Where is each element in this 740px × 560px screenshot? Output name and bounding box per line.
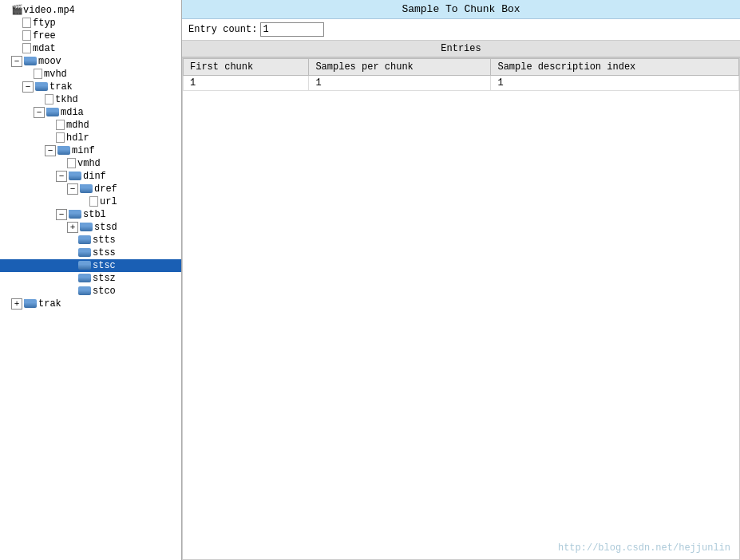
file-icon bbox=[22, 30, 33, 41]
table-cell: 1 bbox=[184, 76, 309, 91]
folder-icon bbox=[24, 298, 38, 310]
tree-label-stsz: stsz bbox=[93, 273, 116, 284]
folder-icon bbox=[46, 107, 61, 118]
tree-item-tkhd[interactable]: tkhd bbox=[0, 93, 181, 106]
tree-item-stts[interactable]: stts bbox=[0, 234, 181, 246]
tree-label-mdia: mdia bbox=[61, 107, 84, 118]
file-icon bbox=[56, 120, 66, 131]
tree-label-vmhd: vmhd bbox=[77, 158, 101, 169]
folder-icon bbox=[80, 183, 94, 195]
entries-table: First chunkSamples per chunkSample descr… bbox=[183, 58, 739, 91]
folder-icon bbox=[57, 145, 72, 156]
tree-label-url: url bbox=[100, 196, 117, 207]
folder-icon bbox=[69, 171, 83, 182]
tree-item-free[interactable]: free bbox=[0, 30, 181, 42]
folder-icon bbox=[69, 209, 83, 220]
tree-label-mvhd: mvhd bbox=[44, 69, 67, 80]
box-icon bbox=[78, 273, 93, 284]
tree-item-trak2[interactable]: +trak bbox=[0, 298, 181, 310]
tree-label-moov: moov bbox=[38, 56, 61, 67]
tree-item-minf[interactable]: −minf bbox=[0, 144, 181, 157]
tree-label-free: free bbox=[33, 30, 56, 41]
tree-item-stbl[interactable]: −stbl bbox=[0, 208, 181, 221]
tree-item-vmhd[interactable]: vmhd bbox=[0, 157, 181, 170]
entry-count-label: Entry count: bbox=[188, 24, 257, 35]
tree-item-stco[interactable]: stco bbox=[0, 285, 181, 298]
folder-icon bbox=[24, 56, 38, 67]
tree-item-url[interactable]: url bbox=[0, 195, 181, 208]
tree-label-ftyp: ftyp bbox=[33, 18, 56, 29]
tree-panel[interactable]: 🎬 video.mp4ftypfreemdat−moovmvhd−traktkh… bbox=[0, 0, 182, 560]
entry-count-input[interactable] bbox=[260, 22, 324, 37]
tree-item-stsd[interactable]: +stsd bbox=[0, 221, 181, 234]
tree-item-mvhd[interactable]: mvhd bbox=[0, 68, 181, 81]
box-icon bbox=[78, 286, 93, 297]
col-header: Samples per chunk bbox=[309, 59, 491, 76]
tree-label-dinf: dinf bbox=[83, 171, 106, 182]
main-container: 🎬 video.mp4ftypfreemdat−moovmvhd−traktkh… bbox=[0, 0, 740, 560]
tree-item-stsz[interactable]: stsz bbox=[0, 272, 181, 285]
tree-item-moov[interactable]: −moov bbox=[0, 55, 181, 68]
tree-item-dref[interactable]: −dref bbox=[0, 183, 181, 195]
box-icon bbox=[78, 260, 93, 271]
file-icon bbox=[34, 69, 44, 80]
toggle-dref[interactable]: − bbox=[67, 183, 78, 195]
tree-item-hdlr[interactable]: hdlr bbox=[0, 132, 181, 144]
toggle-moov[interactable]: − bbox=[11, 56, 22, 67]
tree-label-tkhd: tkhd bbox=[55, 94, 78, 105]
tree-label-stts: stts bbox=[93, 235, 116, 246]
tree-label-mdhd: mdhd bbox=[66, 120, 89, 131]
tree-label-mdat: mdat bbox=[33, 43, 56, 54]
tree-label-stbl: stbl bbox=[83, 209, 106, 220]
file-icon bbox=[89, 196, 100, 207]
tree-item-mdhd[interactable]: mdhd bbox=[0, 119, 181, 132]
toggle-stsd[interactable]: + bbox=[67, 222, 78, 233]
toggle-dinf[interactable]: − bbox=[56, 171, 67, 182]
tree-label-minf: minf bbox=[72, 145, 95, 156]
tree-item-dinf[interactable]: −dinf bbox=[0, 170, 181, 183]
box-icon bbox=[78, 235, 93, 246]
folder-icon bbox=[35, 81, 49, 93]
tree-label-stsc: stsc bbox=[93, 260, 116, 271]
tree-item-ftyp[interactable]: ftyp bbox=[0, 17, 181, 30]
tree-label-video-mp4: video.mp4 bbox=[23, 5, 75, 16]
table-body: 111 bbox=[184, 76, 739, 91]
toggle-mdia[interactable]: − bbox=[34, 107, 45, 118]
tree-item-video-mp4[interactable]: 🎬 video.mp4 bbox=[0, 3, 181, 17]
tree-item-trak1[interactable]: −trak bbox=[0, 81, 181, 93]
table-cell: 1 bbox=[309, 76, 491, 91]
tree-label-stss: stss bbox=[93, 247, 116, 258]
table-container: First chunkSamples per chunkSample descr… bbox=[182, 57, 740, 560]
tree-label-hdlr: hdlr bbox=[66, 132, 89, 144]
file-icon bbox=[22, 18, 33, 29]
film-icon: 🎬 bbox=[11, 4, 23, 16]
file-icon bbox=[45, 94, 55, 105]
tree-item-mdat[interactable]: mdat bbox=[0, 42, 181, 55]
tree-label-stsd: stsd bbox=[94, 222, 117, 233]
table-cell: 1 bbox=[491, 76, 739, 91]
file-icon bbox=[22, 43, 33, 54]
toggle-trak1[interactable]: − bbox=[22, 81, 34, 93]
box-icon bbox=[78, 247, 93, 258]
tree-label-trak1: trak bbox=[49, 81, 73, 93]
panel-title: Sample To Chunk Box bbox=[182, 0, 740, 19]
folder-icon bbox=[80, 222, 94, 233]
header-row: First chunkSamples per chunkSample descr… bbox=[184, 59, 739, 76]
toggle-stbl[interactable]: − bbox=[56, 209, 67, 220]
col-header: Sample description index bbox=[491, 59, 739, 76]
entries-section-label: Entries bbox=[182, 41, 740, 57]
tree-label-stco: stco bbox=[93, 286, 116, 297]
tree-item-mdia[interactable]: −mdia bbox=[0, 106, 181, 119]
tree-item-stsc[interactable]: stsc bbox=[0, 259, 181, 272]
toggle-trak2[interactable]: + bbox=[11, 298, 22, 310]
tree-label-dref: dref bbox=[94, 183, 117, 195]
tree-label-trak2: trak bbox=[38, 298, 61, 310]
entry-count-row: Entry count: bbox=[182, 19, 740, 41]
col-header: First chunk bbox=[184, 59, 309, 76]
file-icon bbox=[56, 132, 66, 144]
content-panel: Sample To Chunk Box Entry count: Entries… bbox=[182, 0, 740, 560]
table-row: 111 bbox=[184, 76, 739, 91]
tree-item-stss[interactable]: stss bbox=[0, 246, 181, 259]
toggle-minf[interactable]: − bbox=[45, 145, 56, 156]
file-icon bbox=[67, 158, 77, 169]
